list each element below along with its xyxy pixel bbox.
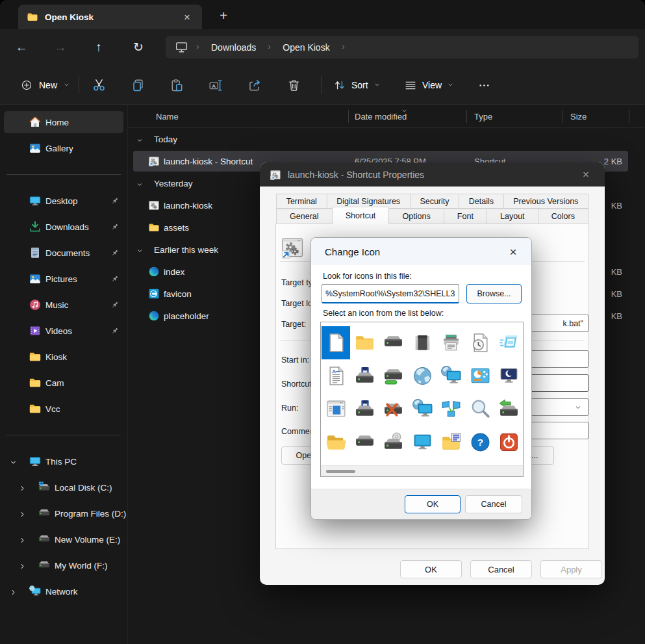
new-button[interactable]: New — [13, 74, 77, 96]
icon-cell-blank-document[interactable] — [322, 326, 350, 359]
icon-cell-power-button[interactable] — [494, 426, 523, 459]
sidebar-item-pictures[interactable]: Pictures — [0, 266, 127, 292]
change-icon-title-bar[interactable]: Change Icon × — [311, 238, 531, 265]
sidebar-item-desktop[interactable]: Desktop — [0, 188, 127, 214]
tab-security[interactable]: Security — [410, 194, 459, 209]
share-button[interactable] — [243, 73, 266, 97]
icon-cell-folder-closed[interactable] — [350, 326, 379, 359]
expander-chevron-right-icon[interactable] — [18, 483, 27, 492]
expander-chevron-right-icon[interactable] — [18, 561, 27, 570]
icon-cell-drive-active[interactable] — [379, 359, 408, 393]
expander-chevron-down-icon[interactable] — [9, 457, 18, 466]
icon-cell-networked-monitor[interactable] — [437, 359, 466, 393]
sidebar-item-my-world-f-[interactable]: My World (F:) — [0, 552, 127, 578]
icon-cell-drive-floppy[interactable] — [350, 359, 379, 393]
icon-cell-hard-drive-2[interactable] — [350, 426, 379, 459]
icon-cell-monitor[interactable] — [408, 426, 436, 459]
icon-cell-drive-cd[interactable] — [379, 426, 408, 459]
view-button[interactable]: View — [398, 74, 461, 96]
horizontal-scrollbar[interactable] — [321, 465, 523, 476]
sidebar-item-new-volume-e-[interactable]: New Volume (E:) — [0, 526, 127, 552]
group-header-today[interactable]: Today — [128, 128, 645, 150]
properties-cancel-button[interactable]: Cancel — [470, 560, 532, 578]
sidebar-item-home[interactable]: Home — [0, 109, 127, 135]
chevron-right-icon[interactable] — [266, 44, 273, 51]
forward-button[interactable]: → — [48, 36, 73, 58]
tab-options[interactable]: Options — [388, 209, 444, 224]
sidebar-item-downloads[interactable]: Downloads — [0, 214, 127, 240]
column-divider[interactable] — [629, 110, 629, 123]
expander-chevron-right-icon[interactable] — [18, 509, 27, 518]
properties-close-icon[interactable]: × — [577, 166, 595, 184]
icon-cell-drive-save[interactable] — [350, 393, 379, 426]
sidebar-item-music[interactable]: Music — [0, 292, 127, 318]
breadcrumb-downloads[interactable]: Downloads — [207, 41, 260, 54]
icon-cell-monitor-moon[interactable] — [494, 359, 523, 393]
explorer-tab[interactable]: Open Kiosk × — [18, 5, 202, 29]
icon-cell-fast-window[interactable] — [494, 326, 523, 359]
breadcrumb-open-kiosk[interactable]: Open Kiosk — [279, 41, 333, 54]
column-divider[interactable] — [563, 110, 563, 123]
up-button[interactable]: ↑ — [86, 36, 111, 58]
sidebar-item-documents[interactable]: Documents — [0, 240, 127, 266]
sidebar-item-gallery[interactable]: Gallery — [0, 135, 127, 161]
more-options-button[interactable] — [472, 73, 496, 97]
paste-button[interactable] — [165, 73, 188, 97]
refresh-button[interactable]: ↻ — [126, 36, 151, 58]
column-divider[interactable] — [466, 110, 467, 123]
icon-cell-hard-drive[interactable] — [379, 326, 408, 359]
properties-apply-button[interactable]: Apply — [540, 560, 602, 578]
sidebar-item-cam[interactable]: Cam — [0, 370, 127, 396]
tab-layout[interactable]: Layout — [487, 209, 538, 224]
icon-file-path-input[interactable] — [322, 284, 459, 303]
sidebar-item-this-pc[interactable]: This PC — [0, 448, 127, 474]
column-header-date-modified[interactable]: Date modified — [355, 105, 407, 128]
column-header-type[interactable]: Type — [474, 105, 492, 128]
icon-cell-drive-import[interactable] — [494, 393, 523, 426]
sidebar-item-network[interactable]: Network — [0, 578, 127, 604]
browse-button[interactable]: Browse... — [466, 284, 522, 303]
icon-cell-folder-programs[interactable] — [437, 426, 466, 459]
rename-button[interactable]: A — [204, 73, 227, 97]
icon-cell-drive-error[interactable] — [379, 393, 408, 426]
delete-button[interactable] — [282, 73, 305, 97]
sidebar-item-videos[interactable]: Videos — [0, 318, 127, 344]
column-divider[interactable] — [348, 110, 349, 123]
properties-ok-button[interactable]: OK — [400, 560, 462, 578]
back-button[interactable]: ← — [9, 36, 34, 58]
properties-title-bar[interactable]: launch-kiosk - Shortcut Properties × — [260, 162, 605, 187]
tab-font[interactable]: Font — [444, 209, 487, 224]
tab-shortcut[interactable]: Shortcut — [332, 207, 390, 224]
tab-details[interactable]: Details — [459, 194, 503, 209]
column-header-size[interactable]: Size — [570, 105, 587, 128]
this-pc-icon[interactable] — [175, 40, 188, 54]
icon-cell-globe[interactable] — [408, 359, 436, 393]
copy-button[interactable] — [126, 73, 149, 97]
expander-chevron-right-icon[interactable] — [9, 587, 18, 596]
cut-button[interactable] — [87, 73, 110, 97]
icon-cell-monitor-globe[interactable] — [408, 393, 436, 426]
scrollbar-thumb[interactable] — [326, 470, 355, 473]
sidebar-item-kiosk[interactable]: Kiosk — [0, 344, 127, 370]
icon-cell-text-document[interactable]: A — [322, 359, 350, 393]
column-header-name[interactable]: Name — [156, 105, 179, 128]
tab-previous-versions[interactable]: Previous Versions — [503, 194, 588, 209]
sidebar-item-program-files-d-[interactable]: Program Files (D:) — [0, 500, 127, 526]
icon-cell-network-diagram[interactable] — [437, 393, 466, 426]
chevron-right-icon[interactable] — [340, 44, 347, 51]
group-chevron-down-icon[interactable] — [136, 135, 144, 143]
icon-cell-help-circle[interactable]: ? — [466, 426, 494, 459]
sort-button[interactable]: Sort — [327, 74, 387, 96]
icon-cell-open-folder[interactable] — [322, 426, 350, 459]
change-icon-ok-button[interactable]: OK — [405, 495, 461, 513]
icon-cell-control-panel[interactable] — [466, 359, 494, 393]
group-chevron-down-icon[interactable] — [136, 179, 144, 187]
sidebar-item-local-disk-c-[interactable]: Local Disk (C:) — [0, 474, 127, 500]
icon-cell-app-window[interactable] — [322, 393, 350, 426]
sidebar-item-vcc[interactable]: Vcc — [0, 396, 127, 422]
new-tab-button[interactable]: + — [214, 6, 233, 25]
tab-terminal[interactable]: Terminal — [276, 194, 327, 209]
icon-cell-magnifier[interactable] — [466, 393, 494, 426]
expander-chevron-right-icon[interactable] — [18, 535, 27, 544]
tab-close-icon[interactable]: × — [179, 8, 196, 25]
